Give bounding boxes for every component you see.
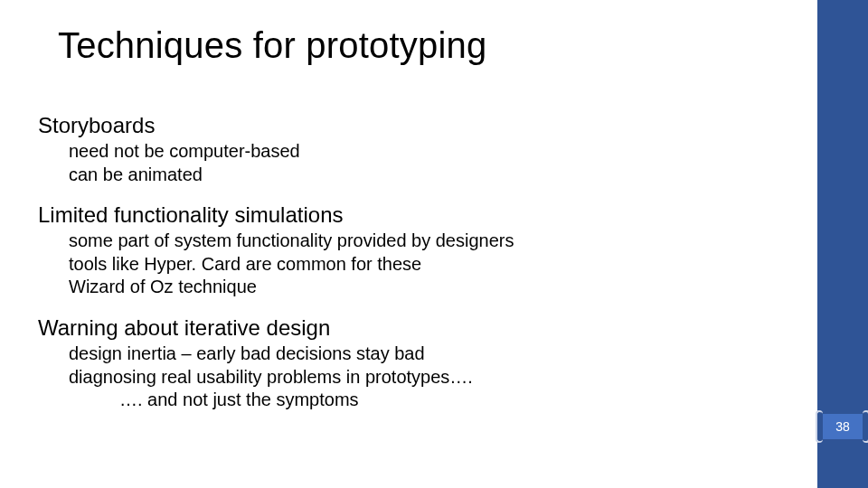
- bullet-item: …. and not just the symptoms: [119, 389, 743, 412]
- page-number-badge: 38: [823, 414, 863, 439]
- bullet-item: design inertia – early bad decisions sta…: [69, 343, 743, 366]
- bullet-item: some part of system functionality provid…: [69, 230, 743, 253]
- bullet-item: Wizard of Oz technique: [69, 276, 743, 299]
- slide-title: Techniques for prototyping: [58, 25, 486, 66]
- bullet-item: need not be computer-based: [69, 140, 743, 164]
- slide-body: Storyboards need not be computer-based c…: [38, 113, 743, 412]
- bullet-item: can be animated: [69, 164, 743, 187]
- section-heading: Warning about iterative design: [38, 315, 743, 341]
- slide: Techniques for prototyping Storyboards n…: [0, 0, 868, 488]
- page-bracket-right-icon: [863, 410, 868, 443]
- section-heading: Storyboards: [38, 113, 743, 138]
- section-heading: Limited functionality simulations: [38, 202, 743, 228]
- bullet-item: diagnosing real usability problems in pr…: [69, 366, 743, 389]
- bullet-item: tools like Hyper. Card are common for th…: [69, 253, 743, 277]
- page-bracket-left-icon: [816, 410, 823, 443]
